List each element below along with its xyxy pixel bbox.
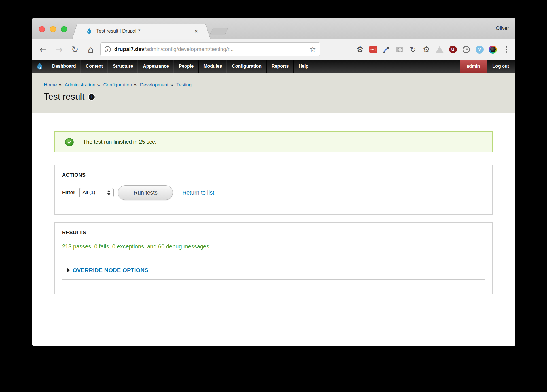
breadcrumb: Home» Administration» Configuration» Dev… [44,82,515,88]
breadcrumb-separator: » [170,82,173,88]
drupal-admin-toolbar: DashboardContentStructureAppearancePeopl… [32,60,515,73]
url-host: drupal7.dev [114,46,145,52]
back-icon[interactable]: ← [38,44,48,54]
browser-window: Test result | Drupal 7 × Oliver ← → ↻ ⌂ … [32,18,515,346]
admin-menu-item[interactable]: Modules [199,60,227,73]
camera-extension-icon[interactable] [396,46,404,54]
filter-select-value: All (1) [82,190,95,195]
breadcrumb-item: Development» [140,82,175,88]
dark-gear-extension-icon[interactable]: ⚙ [422,46,430,54]
breadcrumb-link[interactable]: Configuration [103,82,132,88]
collapsed-fieldset: OVERRIDE NODE OPTIONS [62,261,485,280]
page-title: Test result [44,92,84,102]
zoom-window-button[interactable] [61,26,67,32]
tab-strip: Test result | Drupal 7 × Oliver [32,18,515,39]
collapsed-arrow-icon [67,268,70,272]
admin-menu-item[interactable]: Configuration [227,60,267,73]
admin-menu-item[interactable]: Content [81,60,108,73]
browser-toolbar: ← → ↻ ⌂ i drupal7.dev/admin/config/devel… [32,39,515,60]
admin-menu-item[interactable]: Reports [267,60,294,73]
run-tests-button[interactable]: Run tests [118,185,173,200]
close-window-button[interactable] [39,26,45,32]
breadcrumb-item: Administration» [65,82,102,88]
home-icon[interactable]: ⌂ [86,44,96,55]
filter-label: Filter [62,189,75,196]
status-ok-icon [65,138,74,146]
add-shortcut-icon[interactable]: + [89,94,95,100]
lastpass-extension-icon[interactable]: •••| [369,46,377,53]
breadcrumb-separator: » [97,82,100,88]
desktop-backdrop: { "browser": { "user_label": "Oliver", "… [0,0,547,392]
url-path: /admin/config/development/testing/r... [145,46,234,52]
results-legend: RESULTS [62,230,485,236]
breadcrumb-item: Home» [44,82,63,88]
tab-sync-extension-icon[interactable]: ↻ [409,46,417,54]
browser-menu-icon[interactable] [502,46,510,54]
bookmark-star-icon[interactable]: ☆ [309,45,316,54]
admin-menu-item[interactable]: Help [294,60,313,73]
ublock-origin-extension-icon[interactable]: U [449,46,457,54]
breadcrumb-link[interactable]: Testing [176,82,192,88]
override-node-options-link[interactable]: OVERRIDE NODE OPTIONS [73,267,149,274]
breadcrumb-link[interactable]: Administration [65,82,96,88]
browser-profile-name[interactable]: Oliver [496,25,509,31]
new-tab-button[interactable] [209,28,228,35]
forward-icon: → [54,44,64,54]
admin-menu: DashboardContentStructureAppearancePeopl… [47,60,313,73]
drupal-logo-icon[interactable] [32,60,47,73]
logout-link[interactable]: Log out [487,60,515,73]
breadcrumb-item: Configuration» [103,82,139,88]
admin-menu-item[interactable]: Dashboard [47,60,81,73]
actions-fieldset: ACTIONS Filter All (1) Run tests Return … [54,165,493,215]
browser-tab[interactable]: Test result | Drupal 7 × [79,24,204,39]
breadcrumb-item: Testing» [176,82,192,88]
color-picker-extension-icon[interactable] [382,46,390,54]
status-message-text: The test run finished in 25 sec. [83,139,156,145]
url-text[interactable]: drupal7.dev/admin/config/development/tes… [114,46,306,52]
filter-select[interactable]: All (1) [79,188,114,197]
select-stepper-icon [107,190,111,195]
camera-lens-extension-icon[interactable] [489,46,497,54]
breadcrumb-separator: » [59,82,61,88]
tab-title: Test result | Drupal 7 [96,28,194,34]
close-tab-icon[interactable]: × [194,28,198,34]
breadcrumb-separator: » [134,82,137,88]
admin-menu-item[interactable]: People [174,60,199,73]
extension-row: ⚙ •••| ↻ ⚙ U V [356,39,510,60]
actions-legend: ACTIONS [62,172,485,178]
address-bar[interactable]: i drupal7.dev/admin/config/development/t… [100,42,320,56]
drive-extension-icon[interactable] [436,46,444,54]
drupal-favicon-icon [86,28,93,35]
settings-gear-icon[interactable]: ⚙ [356,46,364,54]
minimize-window-button[interactable] [50,26,56,32]
window-controls [39,26,67,32]
account-link[interactable]: admin [460,60,487,73]
test-pass-summary: 213 passes, 0 fails, 0 exceptions, and 6… [62,243,485,250]
reload-icon[interactable]: ↻ [70,44,80,54]
key-lock-extension-icon[interactable] [462,46,470,54]
breadcrumb-link[interactable]: Home [44,82,57,88]
admin-menu-item[interactable]: Structure [108,60,138,73]
page-header: Home» Administration» Configuration» Dev… [32,73,515,113]
admin-menu-item[interactable]: Appearance [138,60,174,73]
toolbar-spacer [313,60,460,73]
vimium-extension-icon[interactable]: V [476,46,484,54]
breadcrumb-link[interactable]: Development [140,82,168,88]
status-message: The test run finished in 25 sec. [54,131,493,152]
results-fieldset: RESULTS 213 passes, 0 fails, 0 exception… [54,222,493,294]
page-content: The test run finished in 25 sec. ACTIONS… [32,113,515,346]
page-info-icon[interactable]: i [105,46,111,52]
return-to-list-link[interactable]: Return to list [182,189,214,196]
